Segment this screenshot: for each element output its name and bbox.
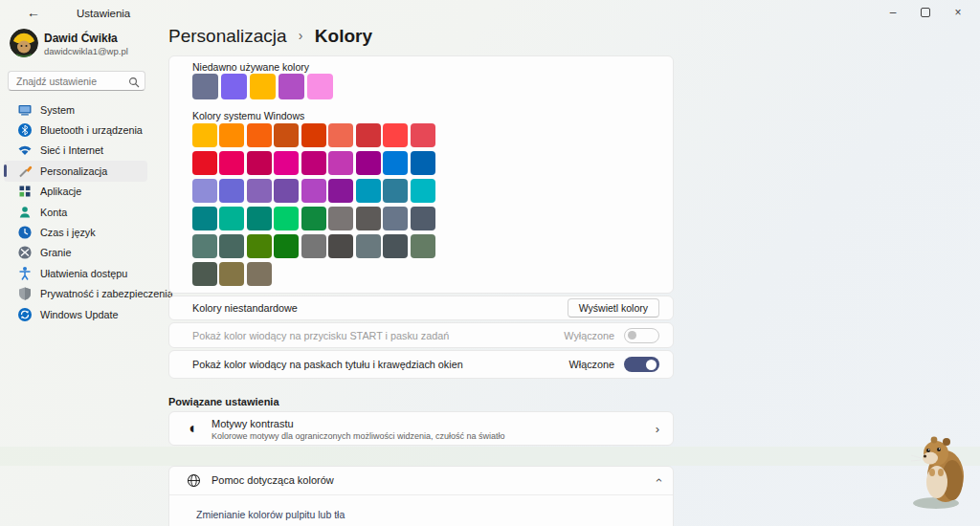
recent-color-swatch[interactable] xyxy=(221,74,247,99)
windows-color-swatch[interactable] xyxy=(328,123,353,147)
page-title: Kolory xyxy=(315,26,372,46)
windows-color-swatch[interactable] xyxy=(383,151,408,175)
user-name: Dawid Ćwikła xyxy=(44,32,118,45)
windows-color-swatch[interactable] xyxy=(383,207,408,230)
accent-start-taskbar-label: Pokaż kolor wiodący na przycisku START i… xyxy=(192,330,449,341)
gaming-icon xyxy=(17,245,33,260)
windows-color-swatch[interactable] xyxy=(328,234,353,258)
sidebar-item-label: Granie xyxy=(40,247,71,258)
windows-color-swatch[interactable] xyxy=(383,123,408,147)
recent-color-swatch[interactable] xyxy=(250,74,276,99)
minimize-button[interactable]: – xyxy=(877,0,909,25)
display-icon xyxy=(17,102,33,118)
windows-color-swatch[interactable] xyxy=(301,123,326,147)
windows-color-swatch[interactable] xyxy=(411,234,435,258)
color-help-header[interactable]: Pomoc dotycząca kolorów › xyxy=(169,467,673,493)
sidebar-item-konta[interactable]: Konta xyxy=(4,202,147,222)
windows-color-swatch[interactable] xyxy=(192,234,217,258)
windows-color-swatch[interactable] xyxy=(274,179,299,203)
avatar[interactable] xyxy=(10,29,38,57)
accent-titlebars-toggle[interactable] xyxy=(624,357,659,372)
custom-colors-label: Kolory niestandardowe xyxy=(192,302,298,314)
windows-color-swatch[interactable] xyxy=(383,179,408,203)
search-box[interactable] xyxy=(8,71,145,91)
windows-color-swatch[interactable] xyxy=(328,179,353,203)
windows-color-swatch[interactable] xyxy=(274,234,299,258)
windows-color-swatch[interactable] xyxy=(247,262,272,286)
sidebar-item-system[interactable]: System xyxy=(4,99,147,120)
windows-color-swatch[interactable] xyxy=(247,151,272,175)
recent-color-swatch[interactable] xyxy=(278,74,304,99)
window-title: Ustawienia xyxy=(77,8,130,19)
windows-color-swatch[interactable] xyxy=(328,207,353,230)
sidebar-item-czas-i-j-zyk[interactable]: Czas i język xyxy=(4,222,147,242)
windows-color-swatch[interactable] xyxy=(328,151,353,175)
divider xyxy=(169,494,673,495)
windows-color-swatch[interactable] xyxy=(301,207,326,230)
windows-color-swatch[interactable] xyxy=(411,151,435,175)
windows-color-swatch[interactable] xyxy=(247,179,272,203)
sidebar-item-bluetooth-i-urz-dzenia[interactable]: Bluetooth i urządzenia xyxy=(4,120,147,140)
hamster-mascot xyxy=(907,432,976,516)
user-email: dawidcwikla1@wp.pl xyxy=(44,46,128,56)
close-button[interactable]: × xyxy=(942,0,974,25)
sidebar-item-prywatno-i-zabezpieczenia[interactable]: Prywatność i zabezpieczenia xyxy=(4,284,147,304)
windows-color-swatch[interactable] xyxy=(219,262,244,286)
windows-color-swatch[interactable] xyxy=(356,151,381,175)
sidebar-item-personalizacja[interactable]: Personalizacja xyxy=(4,161,147,181)
sidebar-nav: SystemBluetooth i urządzeniaSieć i Inter… xyxy=(4,99,147,324)
windows-color-swatch[interactable] xyxy=(192,207,217,230)
windows-color-swatch[interactable] xyxy=(356,234,381,258)
sidebar-item-u-atwienia-dost-pu[interactable]: Ułatwienia dostępu xyxy=(4,263,147,283)
windows-color-swatch[interactable] xyxy=(301,179,326,203)
windows-color-swatch[interactable] xyxy=(192,179,217,203)
windows-color-swatch[interactable] xyxy=(274,207,299,230)
windows-color-swatch[interactable] xyxy=(411,207,435,230)
windows-color-swatch[interactable] xyxy=(219,123,244,147)
windows-color-swatch[interactable] xyxy=(192,123,217,147)
accent-start-taskbar-toggle[interactable] xyxy=(624,328,659,343)
sidebar-item-granie[interactable]: Granie xyxy=(4,243,147,263)
sidebar-item-sie-i-internet[interactable]: Sieć i Internet xyxy=(4,141,147,161)
breadcrumb: Personalizacja › Kolory xyxy=(168,26,372,47)
contrast-themes-title: Motywy kontrastu xyxy=(212,418,294,429)
change-desktop-colors-link[interactable]: Zmienianie kolorów pulpitu lub tła xyxy=(196,509,345,520)
back-arrow-icon[interactable]: ← xyxy=(27,5,40,20)
breadcrumb-parent[interactable]: Personalizacja xyxy=(168,26,287,46)
windows-color-swatch[interactable] xyxy=(411,123,435,147)
recent-color-swatch[interactable] xyxy=(192,74,218,99)
windows-color-swatch[interactable] xyxy=(274,123,299,147)
colors-card: Niedawno używane kolory Kolory systemu W… xyxy=(168,55,674,294)
windows-color-swatch[interactable] xyxy=(219,207,244,230)
windows-color-swatch[interactable] xyxy=(411,179,435,203)
windows-color-swatch[interactable] xyxy=(219,151,244,175)
sidebar-item-label: Sieć i Internet xyxy=(40,144,103,156)
maximize-button[interactable] xyxy=(909,0,942,25)
windows-color-swatch[interactable] xyxy=(301,151,326,175)
contrast-themes-card[interactable]: ◐ Motywy kontrastu Kolorowe motywy dla o… xyxy=(168,411,674,446)
sidebar-item-label: Aplikacje xyxy=(40,186,81,197)
recent-colors-label: Niedawno używane kolory xyxy=(192,61,309,73)
windows-color-swatch[interactable] xyxy=(247,207,272,230)
windows-color-swatch[interactable] xyxy=(219,234,244,258)
recent-color-swatch[interactable] xyxy=(307,74,333,99)
windows-color-swatch[interactable] xyxy=(356,179,381,203)
windows-color-swatch[interactable] xyxy=(383,234,408,258)
windows-color-swatch[interactable] xyxy=(356,207,381,230)
windows-color-swatch[interactable] xyxy=(274,151,299,175)
windows-color-swatch[interactable] xyxy=(301,234,326,258)
search-icon[interactable] xyxy=(128,75,140,92)
sidebar-item-aplikacje[interactable]: Aplikacje xyxy=(4,182,147,202)
windows-color-swatch[interactable] xyxy=(192,151,217,175)
windows-color-swatch[interactable] xyxy=(247,234,272,258)
accent-titlebars-label: Pokaż kolor wiodący na paskach tytułu i … xyxy=(192,359,463,370)
sidebar-item-label: Prywatność i zabezpieczenia xyxy=(40,288,173,299)
apps-icon xyxy=(17,184,33,199)
search-input[interactable] xyxy=(14,73,125,89)
view-colors-button[interactable]: Wyświetl kolory xyxy=(568,298,659,318)
windows-color-swatch[interactable] xyxy=(192,262,217,286)
windows-color-swatch[interactable] xyxy=(219,179,244,203)
sidebar-item-windows-update[interactable]: Windows Update xyxy=(4,304,147,324)
windows-color-swatch[interactable] xyxy=(356,123,381,147)
windows-color-swatch[interactable] xyxy=(247,123,272,147)
